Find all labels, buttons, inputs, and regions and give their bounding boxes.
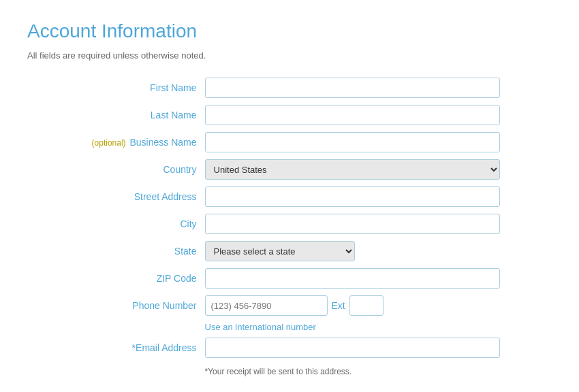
business-name-label-text: Business Name — [129, 137, 196, 148]
first-name-label: First Name — [27, 74, 201, 101]
street-address-input[interactable] — [205, 186, 500, 207]
intl-link-row: Use an international number — [27, 319, 504, 334]
country-select[interactable]: United States Canada United Kingdom Aust… — [205, 159, 500, 180]
account-form: First Name Last Name (optional) Business… — [27, 74, 504, 380]
ext-input[interactable] — [349, 295, 384, 316]
email-input[interactable] — [205, 338, 500, 358]
optional-tag: (optional) — [92, 138, 126, 148]
business-name-input[interactable] — [205, 132, 500, 152]
intl-number-link[interactable]: Use an international number — [205, 322, 316, 332]
receipt-note-row: *Your receipt will be sent to this addre… — [27, 361, 504, 380]
zip-code-label: ZIP Code — [27, 265, 201, 292]
country-label: Country — [27, 156, 201, 183]
phone-number-label: Phone Number — [27, 292, 201, 319]
street-address-label: Street Address — [27, 183, 201, 210]
city-row: City — [27, 210, 504, 238]
country-row: Country United States Canada United King… — [27, 156, 504, 183]
business-name-label: (optional) Business Name — [27, 129, 201, 156]
state-select[interactable]: Please select a state Alabama Alaska Ari… — [205, 241, 355, 261]
state-row: State Please select a state Alabama Alas… — [27, 238, 504, 265]
street-address-row: Street Address — [27, 183, 504, 210]
city-input[interactable] — [205, 214, 500, 234]
last-name-label: Last Name — [27, 101, 201, 129]
last-name-row: Last Name — [27, 101, 504, 129]
email-address-row: *Email Address — [27, 334, 504, 361]
state-label: State — [27, 238, 201, 265]
email-address-label: *Email Address — [27, 334, 201, 361]
receipt-note: *Your receipt will be sent to this addre… — [205, 367, 352, 376]
first-name-row: First Name — [27, 74, 504, 101]
phone-row-container: Ext — [205, 295, 500, 316]
first-name-input[interactable] — [205, 78, 500, 98]
zip-code-row: ZIP Code — [27, 265, 504, 292]
form-subtitle: All fields are required unless otherwise… — [27, 50, 552, 61]
phone-input[interactable] — [205, 295, 328, 316]
page-title: Account Information — [27, 20, 552, 42]
last-name-input[interactable] — [205, 105, 500, 125]
zip-code-input[interactable] — [205, 268, 500, 289]
email-label-text: Email Address — [136, 342, 196, 353]
ext-label: Ext — [332, 300, 345, 311]
business-name-row: (optional) Business Name — [27, 129, 504, 156]
phone-number-row: Phone Number Ext — [27, 292, 504, 319]
city-label: City — [27, 210, 201, 238]
